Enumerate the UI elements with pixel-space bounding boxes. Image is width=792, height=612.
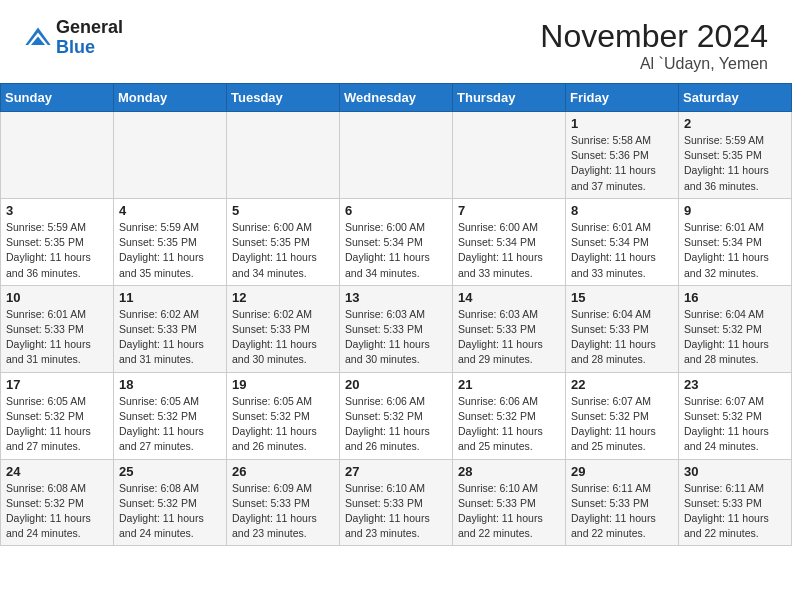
day-number: 10 <box>6 290 108 305</box>
calendar-cell: 3Sunrise: 5:59 AM Sunset: 5:35 PM Daylig… <box>1 198 114 285</box>
calendar-cell: 24Sunrise: 6:08 AM Sunset: 5:32 PM Dayli… <box>1 459 114 546</box>
day-info: Sunrise: 6:10 AM Sunset: 5:33 PM Dayligh… <box>458 481 560 542</box>
day-number: 28 <box>458 464 560 479</box>
day-info: Sunrise: 6:07 AM Sunset: 5:32 PM Dayligh… <box>684 394 786 455</box>
day-info: Sunrise: 6:03 AM Sunset: 5:33 PM Dayligh… <box>345 307 447 368</box>
calendar-week-4: 17Sunrise: 6:05 AM Sunset: 5:32 PM Dayli… <box>1 372 792 459</box>
weekday-header-wednesday: Wednesday <box>340 84 453 112</box>
day-number: 23 <box>684 377 786 392</box>
day-number: 5 <box>232 203 334 218</box>
day-info: Sunrise: 6:02 AM Sunset: 5:33 PM Dayligh… <box>232 307 334 368</box>
day-number: 4 <box>119 203 221 218</box>
calendar-cell: 21Sunrise: 6:06 AM Sunset: 5:32 PM Dayli… <box>453 372 566 459</box>
weekday-header-monday: Monday <box>114 84 227 112</box>
day-number: 6 <box>345 203 447 218</box>
day-info: Sunrise: 5:59 AM Sunset: 5:35 PM Dayligh… <box>684 133 786 194</box>
calendar-cell: 25Sunrise: 6:08 AM Sunset: 5:32 PM Dayli… <box>114 459 227 546</box>
day-number: 11 <box>119 290 221 305</box>
day-info: Sunrise: 6:10 AM Sunset: 5:33 PM Dayligh… <box>345 481 447 542</box>
calendar-cell: 12Sunrise: 6:02 AM Sunset: 5:33 PM Dayli… <box>227 285 340 372</box>
day-info: Sunrise: 6:06 AM Sunset: 5:32 PM Dayligh… <box>458 394 560 455</box>
page-header: General Blue November 2024 Al `Udayn, Ye… <box>0 0 792 83</box>
day-number: 30 <box>684 464 786 479</box>
weekday-header-row: SundayMondayTuesdayWednesdayThursdayFrid… <box>1 84 792 112</box>
calendar-cell: 20Sunrise: 6:06 AM Sunset: 5:32 PM Dayli… <box>340 372 453 459</box>
calendar-cell <box>340 112 453 199</box>
day-info: Sunrise: 6:11 AM Sunset: 5:33 PM Dayligh… <box>571 481 673 542</box>
calendar-cell: 28Sunrise: 6:10 AM Sunset: 5:33 PM Dayli… <box>453 459 566 546</box>
day-info: Sunrise: 6:01 AM Sunset: 5:34 PM Dayligh… <box>571 220 673 281</box>
day-number: 2 <box>684 116 786 131</box>
day-info: Sunrise: 6:08 AM Sunset: 5:32 PM Dayligh… <box>6 481 108 542</box>
calendar-cell: 26Sunrise: 6:09 AM Sunset: 5:33 PM Dayli… <box>227 459 340 546</box>
day-number: 21 <box>458 377 560 392</box>
calendar-cell: 16Sunrise: 6:04 AM Sunset: 5:32 PM Dayli… <box>679 285 792 372</box>
calendar-week-5: 24Sunrise: 6:08 AM Sunset: 5:32 PM Dayli… <box>1 459 792 546</box>
logo-blue-text: Blue <box>56 37 95 57</box>
day-info: Sunrise: 6:04 AM Sunset: 5:33 PM Dayligh… <box>571 307 673 368</box>
day-number: 8 <box>571 203 673 218</box>
day-number: 24 <box>6 464 108 479</box>
day-info: Sunrise: 6:02 AM Sunset: 5:33 PM Dayligh… <box>119 307 221 368</box>
day-info: Sunrise: 5:58 AM Sunset: 5:36 PM Dayligh… <box>571 133 673 194</box>
calendar-cell: 18Sunrise: 6:05 AM Sunset: 5:32 PM Dayli… <box>114 372 227 459</box>
day-number: 17 <box>6 377 108 392</box>
day-info: Sunrise: 5:59 AM Sunset: 5:35 PM Dayligh… <box>6 220 108 281</box>
day-number: 19 <box>232 377 334 392</box>
calendar-week-3: 10Sunrise: 6:01 AM Sunset: 5:33 PM Dayli… <box>1 285 792 372</box>
calendar-cell: 9Sunrise: 6:01 AM Sunset: 5:34 PM Daylig… <box>679 198 792 285</box>
weekday-header-friday: Friday <box>566 84 679 112</box>
weekday-header-saturday: Saturday <box>679 84 792 112</box>
calendar-body: 1Sunrise: 5:58 AM Sunset: 5:36 PM Daylig… <box>1 112 792 546</box>
day-number: 18 <box>119 377 221 392</box>
calendar-cell: 17Sunrise: 6:05 AM Sunset: 5:32 PM Dayli… <box>1 372 114 459</box>
calendar-cell: 7Sunrise: 6:00 AM Sunset: 5:34 PM Daylig… <box>453 198 566 285</box>
day-info: Sunrise: 6:00 AM Sunset: 5:34 PM Dayligh… <box>345 220 447 281</box>
calendar-cell: 8Sunrise: 6:01 AM Sunset: 5:34 PM Daylig… <box>566 198 679 285</box>
logo: General Blue <box>24 18 123 58</box>
day-info: Sunrise: 6:05 AM Sunset: 5:32 PM Dayligh… <box>232 394 334 455</box>
calendar-cell <box>227 112 340 199</box>
calendar-cell: 11Sunrise: 6:02 AM Sunset: 5:33 PM Dayli… <box>114 285 227 372</box>
day-number: 15 <box>571 290 673 305</box>
calendar-cell <box>1 112 114 199</box>
calendar-cell: 19Sunrise: 6:05 AM Sunset: 5:32 PM Dayli… <box>227 372 340 459</box>
calendar-cell: 4Sunrise: 5:59 AM Sunset: 5:35 PM Daylig… <box>114 198 227 285</box>
day-number: 3 <box>6 203 108 218</box>
logo-icon <box>24 24 52 52</box>
calendar-cell: 14Sunrise: 6:03 AM Sunset: 5:33 PM Dayli… <box>453 285 566 372</box>
calendar-cell: 27Sunrise: 6:10 AM Sunset: 5:33 PM Dayli… <box>340 459 453 546</box>
calendar-cell <box>114 112 227 199</box>
day-number: 12 <box>232 290 334 305</box>
calendar-cell: 6Sunrise: 6:00 AM Sunset: 5:34 PM Daylig… <box>340 198 453 285</box>
calendar-cell <box>453 112 566 199</box>
calendar-header: SundayMondayTuesdayWednesdayThursdayFrid… <box>1 84 792 112</box>
day-info: Sunrise: 6:03 AM Sunset: 5:33 PM Dayligh… <box>458 307 560 368</box>
day-info: Sunrise: 6:11 AM Sunset: 5:33 PM Dayligh… <box>684 481 786 542</box>
day-info: Sunrise: 6:09 AM Sunset: 5:33 PM Dayligh… <box>232 481 334 542</box>
day-info: Sunrise: 6:00 AM Sunset: 5:35 PM Dayligh… <box>232 220 334 281</box>
day-info: Sunrise: 6:08 AM Sunset: 5:32 PM Dayligh… <box>119 481 221 542</box>
day-info: Sunrise: 6:07 AM Sunset: 5:32 PM Dayligh… <box>571 394 673 455</box>
month-title: November 2024 <box>540 18 768 55</box>
location-text: Al `Udayn, Yemen <box>540 55 768 73</box>
calendar-table: SundayMondayTuesdayWednesdayThursdayFrid… <box>0 83 792 546</box>
calendar-cell: 2Sunrise: 5:59 AM Sunset: 5:35 PM Daylig… <box>679 112 792 199</box>
day-number: 27 <box>345 464 447 479</box>
day-number: 26 <box>232 464 334 479</box>
weekday-header-sunday: Sunday <box>1 84 114 112</box>
day-info: Sunrise: 6:01 AM Sunset: 5:33 PM Dayligh… <box>6 307 108 368</box>
calendar-cell: 29Sunrise: 6:11 AM Sunset: 5:33 PM Dayli… <box>566 459 679 546</box>
title-block: November 2024 Al `Udayn, Yemen <box>540 18 768 73</box>
day-info: Sunrise: 6:00 AM Sunset: 5:34 PM Dayligh… <box>458 220 560 281</box>
day-info: Sunrise: 6:01 AM Sunset: 5:34 PM Dayligh… <box>684 220 786 281</box>
calendar-cell: 5Sunrise: 6:00 AM Sunset: 5:35 PM Daylig… <box>227 198 340 285</box>
day-info: Sunrise: 6:05 AM Sunset: 5:32 PM Dayligh… <box>119 394 221 455</box>
calendar-cell: 1Sunrise: 5:58 AM Sunset: 5:36 PM Daylig… <box>566 112 679 199</box>
day-number: 1 <box>571 116 673 131</box>
day-number: 14 <box>458 290 560 305</box>
day-info: Sunrise: 6:05 AM Sunset: 5:32 PM Dayligh… <box>6 394 108 455</box>
calendar-cell: 23Sunrise: 6:07 AM Sunset: 5:32 PM Dayli… <box>679 372 792 459</box>
calendar-cell: 30Sunrise: 6:11 AM Sunset: 5:33 PM Dayli… <box>679 459 792 546</box>
day-number: 16 <box>684 290 786 305</box>
